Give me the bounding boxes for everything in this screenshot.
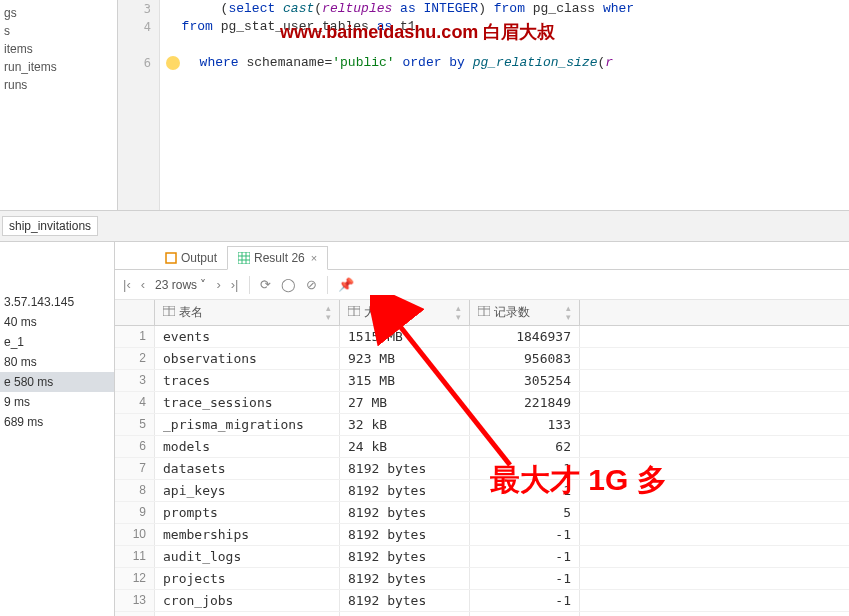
reload-button[interactable]: ⟳ bbox=[260, 277, 271, 292]
cell-name[interactable]: trace_sessions bbox=[155, 392, 340, 413]
tab-output[interactable]: Output bbox=[155, 247, 227, 269]
table-row[interactable]: 9prompts8192 bytes5 bbox=[115, 502, 849, 524]
cell-name[interactable]: projects bbox=[155, 568, 340, 589]
cell-count[interactable]: -1 bbox=[470, 546, 580, 567]
table-row[interactable]: 8api_keys8192 bytes1 bbox=[115, 480, 849, 502]
sql-editor[interactable]: 3 4 6 (select cast(reltuples as INTEGER)… bbox=[118, 0, 849, 210]
cell-count[interactable]: 305254 bbox=[470, 370, 580, 391]
sort-icon[interactable]: ▴▾ bbox=[456, 304, 461, 322]
cancel-button[interactable]: ⊘ bbox=[306, 277, 317, 292]
cell-size[interactable]: 923 MB bbox=[340, 348, 470, 369]
column-header-count[interactable]: 记录数 ▴▾ bbox=[470, 300, 580, 325]
cell-count[interactable]: 1 bbox=[470, 480, 580, 501]
column-header-size[interactable]: 大小 ▴▾ bbox=[340, 300, 470, 325]
cell-name[interactable]: api_keys bbox=[155, 480, 340, 501]
rows-count-label[interactable]: 23 rows ˅ bbox=[155, 278, 206, 292]
cell-name[interactable]: memberships bbox=[155, 524, 340, 545]
db-tree-sidebar[interactable]: gs s items run_items runs bbox=[0, 0, 118, 210]
cell-size[interactable]: 315 MB bbox=[340, 370, 470, 391]
data-grid[interactable]: 表名 ▴▾ 大小 ▴▾ 记录数 ▴▾ 1events1515 MB1846937… bbox=[115, 300, 849, 616]
cell-name[interactable]: datasets bbox=[155, 458, 340, 479]
cell-count[interactable]: 1 bbox=[470, 458, 580, 479]
code-content[interactable]: (select cast(reltuples as INTEGER) from … bbox=[160, 0, 849, 72]
table-row[interactable]: 4trace_sessions27 MB221849 bbox=[115, 392, 849, 414]
lightbulb-icon[interactable] bbox=[166, 56, 180, 70]
conn-item[interactable]: 689 ms bbox=[0, 412, 114, 432]
line-number: 6 bbox=[118, 54, 159, 72]
table-row[interactable]: 3traces315 MB305254 bbox=[115, 370, 849, 392]
cell-count[interactable]: 133 bbox=[470, 414, 580, 435]
tab-result[interactable]: Result 26 × bbox=[227, 246, 328, 270]
column-header-name[interactable]: 表名 ▴▾ bbox=[155, 300, 340, 325]
pin-button[interactable]: 📌 bbox=[338, 277, 354, 292]
cell-size[interactable]: 8192 bytes bbox=[340, 546, 470, 567]
cell-size[interactable]: 8192 bytes bbox=[340, 590, 470, 611]
row-number: 10 bbox=[115, 524, 155, 545]
cell-count[interactable]: 5 bbox=[470, 502, 580, 523]
conn-item[interactable]: 3.57.143.145 bbox=[0, 292, 114, 312]
table-row[interactable]: 12projects8192 bytes-1 bbox=[115, 568, 849, 590]
cell-name[interactable]: _prisma_migrations bbox=[155, 414, 340, 435]
cell-size[interactable]: 32 kB bbox=[340, 414, 470, 435]
cell-count[interactable]: 62 bbox=[470, 436, 580, 457]
table-row[interactable]: 7datasets8192 bytes1 bbox=[115, 458, 849, 480]
table-row[interactable]: 11audit_logs8192 bytes-1 bbox=[115, 546, 849, 568]
cell-name[interactable]: events bbox=[155, 326, 340, 347]
first-page-button[interactable]: |‹ bbox=[123, 277, 131, 292]
row-number: 8 bbox=[115, 480, 155, 501]
table-row[interactable]: 10memberships8192 bytes-1 bbox=[115, 524, 849, 546]
cell-name[interactable]: cron_jobs bbox=[155, 590, 340, 611]
cell-name[interactable]: prompts bbox=[155, 502, 340, 523]
results-area: 3.57.143.145 40 ms e_1 80 ms e 580 ms 9 … bbox=[0, 242, 849, 616]
table-row[interactable]: 6models24 kB62 bbox=[115, 436, 849, 458]
stop-button[interactable]: ◯ bbox=[281, 277, 296, 292]
sort-icon[interactable]: ▴▾ bbox=[566, 304, 571, 322]
tree-item[interactable]: runs bbox=[0, 76, 117, 94]
cell-name[interactable]: models bbox=[155, 436, 340, 457]
cell-name[interactable]: traces bbox=[155, 370, 340, 391]
cell-size[interactable]: 8192 bytes bbox=[340, 568, 470, 589]
table-row[interactable]: 2observations923 MB956083 bbox=[115, 348, 849, 370]
conn-item[interactable]: 40 ms bbox=[0, 312, 114, 332]
tree-item[interactable]: gs bbox=[0, 4, 117, 22]
cell-size[interactable]: 8192 bytes bbox=[340, 458, 470, 479]
conn-item[interactable]: 9 ms bbox=[0, 392, 114, 412]
conn-item[interactable]: 80 ms bbox=[0, 352, 114, 372]
conn-item[interactable]: e 580 ms bbox=[0, 372, 114, 392]
table-row[interactable]: 13cron_jobs8192 bytes-1 bbox=[115, 590, 849, 612]
cell-name[interactable]: membership invitations bbox=[155, 612, 340, 616]
cell-size[interactable]: 8192 bytes bbox=[340, 524, 470, 545]
cell-count[interactable]: -1 bbox=[470, 612, 580, 616]
last-page-button[interactable]: ›| bbox=[231, 277, 239, 292]
tree-item[interactable]: items bbox=[0, 40, 117, 58]
cell-name[interactable]: observations bbox=[155, 348, 340, 369]
object-chip[interactable]: ship_invitations bbox=[2, 216, 98, 236]
table-row[interactable]: 5_prisma_migrations32 kB133 bbox=[115, 414, 849, 436]
cell-size[interactable]: 27 MB bbox=[340, 392, 470, 413]
grid-body[interactable]: 1events1515 MB18469372observations923 MB… bbox=[115, 326, 849, 616]
table-row[interactable]: 1events1515 MB1846937 bbox=[115, 326, 849, 348]
sort-icon[interactable]: ▴▾ bbox=[326, 304, 331, 322]
cell-count[interactable]: -1 bbox=[470, 590, 580, 611]
cell-count[interactable]: 221849 bbox=[470, 392, 580, 413]
tree-item[interactable]: s bbox=[0, 22, 117, 40]
tree-item[interactable]: run_items bbox=[0, 58, 117, 76]
conn-item[interactable]: e_1 bbox=[0, 332, 114, 352]
cell-size[interactable]: 8192 bytes bbox=[340, 502, 470, 523]
row-number: 12 bbox=[115, 568, 155, 589]
cell-count[interactable]: 956083 bbox=[470, 348, 580, 369]
close-icon[interactable]: × bbox=[311, 252, 317, 264]
cell-count[interactable]: -1 bbox=[470, 524, 580, 545]
cell-count[interactable]: -1 bbox=[470, 568, 580, 589]
cell-size[interactable]: 8192 bytes bbox=[340, 480, 470, 501]
table-row[interactable]: 14membership invitations8192 bytes-1 bbox=[115, 612, 849, 616]
prev-page-button[interactable]: ‹ bbox=[141, 277, 145, 292]
cell-size[interactable]: 1515 MB bbox=[340, 326, 470, 347]
connection-history-panel[interactable]: 3.57.143.145 40 ms e_1 80 ms e 580 ms 9 … bbox=[0, 242, 115, 616]
cell-name[interactable]: audit_logs bbox=[155, 546, 340, 567]
row-number: 3 bbox=[115, 370, 155, 391]
cell-size[interactable]: 24 kB bbox=[340, 436, 470, 457]
cell-size[interactable]: 8192 bytes bbox=[340, 612, 470, 616]
next-page-button[interactable]: › bbox=[216, 277, 220, 292]
cell-count[interactable]: 1846937 bbox=[470, 326, 580, 347]
